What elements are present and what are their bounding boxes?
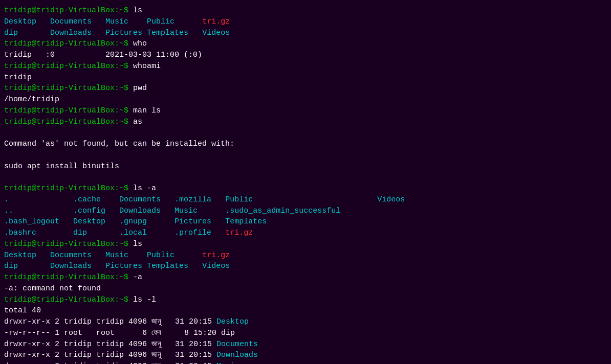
line-lsl: tridip@tridip-VirtualBox:~$ ls -l — [4, 294, 607, 306]
lsa-row3: .bash_logout Desktop .gnupg Pictures Tem… — [4, 216, 607, 228]
blank3 — [4, 172, 607, 183]
line-manls: tridip@tridip-VirtualBox:~$ man ls — [4, 105, 607, 117]
total: total 40 — [4, 305, 607, 316]
lsa-row1: . .cache Documents .mozilla Public Video… — [4, 194, 607, 206]
line-as: tridip@tridip-VirtualBox:~$ as — [4, 117, 607, 128]
line-who: tridip@tridip-VirtualBox:~$ who — [4, 38, 607, 50]
ll-downloads: drwxr-xr-x 2 tridip tridip 4096 জানু 31 … — [4, 350, 607, 361]
ll-music: drwxr-xr-x 2 tridip tridip 4096 জানু 31 … — [4, 361, 607, 364]
pwd-out: /home/tridip — [4, 94, 607, 105]
who-out: tridip :0 2021-03-03 11:00 (:0) — [4, 50, 607, 61]
line-a: tridip@tridip-VirtualBox:~$ -a — [4, 272, 607, 283]
line-1: tridip@tridip-VirtualBox:~$ ls — [4, 5, 607, 16]
ll-documents: drwxr-xr-x 2 tridip tridip 4096 জানু 31 … — [4, 339, 607, 350]
whoami-out: tridip — [4, 72, 607, 83]
prompt: tridip@tridip-VirtualBox:~$ — [4, 6, 133, 15]
line-pwd: tridip@tridip-VirtualBox:~$ pwd — [4, 83, 607, 94]
as-out2: sudo apt install binutils — [4, 161, 607, 172]
terminal: tridip@tridip-VirtualBox:~$ ls Desktop D… — [0, 2, 611, 364]
lsa-row2: .. .config Downloads Music .sudo_as_admi… — [4, 206, 607, 217]
blank1 — [4, 127, 607, 139]
a-out: -a: command not found — [4, 283, 607, 294]
line-ls2: tridip@tridip-VirtualBox:~$ ls — [4, 239, 607, 250]
ls-out-1: Desktop Documents Music Public tri.gz — [4, 16, 607, 28]
ll-desktop: drwxr-xr-x 2 tridip tridip 4096 জানু 31 … — [4, 316, 607, 328]
blank2 — [4, 150, 607, 161]
ll-dip: -rw-r--r-- 1 root root 6 ফেব 8 15:20 dip — [4, 328, 607, 339]
ls-out-2: dip Downloads Pictures Templates Videos — [4, 28, 607, 39]
ls2-out-2: dip Downloads Pictures Templates Videos — [4, 261, 607, 272]
line-lsa: tridip@tridip-VirtualBox:~$ ls -a — [4, 183, 607, 194]
ls2-out-1: Desktop Documents Music Public tri.gz — [4, 250, 607, 261]
cmd: ls — [133, 6, 142, 15]
line-whoami: tridip@tridip-VirtualBox:~$ whoami — [4, 61, 607, 72]
lsa-row4: .bashrc dip .local .profile tri.gz — [4, 228, 607, 239]
as-out1: Command 'as' not found, but can be insta… — [4, 139, 607, 150]
